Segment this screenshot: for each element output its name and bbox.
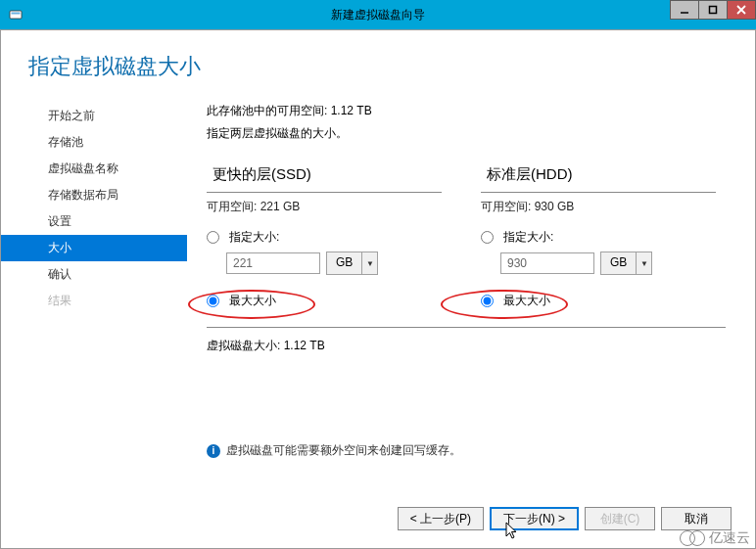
maximize-button[interactable] (698, 0, 728, 20)
tier-hdd-unit-label: GB (601, 252, 636, 274)
tier-ssd-specify-radio-input[interactable] (207, 231, 219, 244)
next-button[interactable]: 下一步(N) > (490, 507, 579, 530)
tier-hdd-max-label: 最大大小 (503, 293, 550, 309)
tier-hdd: 标准层(HDD) 可用空间: 930 GB 指定大小: GB ▼ (481, 161, 716, 315)
sidebar-item-confirm[interactable]: 确认 (1, 261, 187, 288)
tier-ssd-max-label: 最大大小 (229, 293, 276, 309)
tier-ssd-unit-dropdown[interactable]: GB ▼ (326, 252, 378, 275)
tier-hdd-max-radio[interactable]: 最大大小 (481, 293, 716, 309)
tier-ssd-size-input[interactable] (226, 252, 320, 274)
sidebar-item-size[interactable]: 大小 (1, 235, 187, 261)
tier-hdd-specify-label: 指定大小: (503, 229, 553, 246)
tier-ssd-max-radio-input[interactable] (207, 295, 219, 307)
svg-rect-1 (12, 13, 21, 15)
tier-hdd-free-space: 可用空间: 930 GB (481, 193, 716, 223)
minimize-button[interactable] (670, 0, 699, 20)
tier-hdd-specify-radio-input[interactable] (481, 231, 494, 244)
tier-hdd-heading: 标准层(HDD) (481, 161, 716, 193)
watermark-text: 亿速云 (709, 529, 750, 547)
sidebar-item-layout[interactable]: 存储数据布局 (1, 182, 187, 208)
content-pane: 此存储池中的可用空间: 1.12 TB 指定两层虚拟磁盘的大小。 更快的层(SS… (187, 99, 755, 495)
tier-hdd-max-radio-input[interactable] (481, 295, 494, 307)
close-button[interactable] (727, 0, 756, 20)
sidebar-item-disk-name[interactable]: 虚拟磁盘名称 (1, 156, 187, 182)
sidebar-item-result: 结果 (1, 288, 187, 314)
sidebar-item-storage-pool[interactable]: 存储池 (1, 129, 187, 156)
tier-ssd-heading: 更快的层(SSD) (207, 161, 442, 193)
divider (207, 327, 726, 328)
virtual-disk-total: 虚拟磁盘大小: 1.12 TB (207, 338, 726, 354)
prev-button[interactable]: < 上一步(P) (398, 507, 484, 530)
tier-ssd-unit-label: GB (327, 252, 361, 274)
titlebar: 新建虚拟磁盘向导 (0, 0, 756, 29)
hint-row: i 虚拟磁盘可能需要额外空间来创建回写缓存。 (207, 442, 726, 459)
instruction-text: 指定两层虚拟磁盘的大小。 (207, 125, 726, 142)
window-title: 新建虚拟磁盘向导 (331, 7, 425, 23)
page-title: 指定虚拟磁盘大小 (1, 30, 755, 99)
wizard-footer: < 上一步(P) 下一步(N) > 创建(C) 取消 (1, 495, 755, 548)
tier-hdd-specify-radio[interactable]: 指定大小: (481, 229, 716, 246)
pool-free-space: 此存储池中的可用空间: 1.12 TB (207, 103, 726, 119)
wizard-sidebar: 开始之前 存储池 虚拟磁盘名称 存储数据布局 设置 大小 确认 结果 (1, 99, 187, 495)
tier-hdd-size-input[interactable] (500, 252, 594, 274)
hint-text: 虚拟磁盘可能需要额外空间来创建回写缓存。 (226, 442, 461, 459)
tier-ssd-max-radio[interactable]: 最大大小 (207, 293, 442, 309)
cancel-button[interactable]: 取消 (661, 507, 732, 530)
create-button: 创建(C) (585, 507, 655, 530)
tier-ssd: 更快的层(SSD) 可用空间: 221 GB 指定大小: GB ▼ (207, 161, 442, 315)
svg-rect-0 (10, 11, 22, 19)
tier-ssd-specify-label: 指定大小: (229, 229, 279, 246)
tier-ssd-free-space: 可用空间: 221 GB (207, 193, 442, 223)
chevron-down-icon: ▼ (361, 252, 377, 274)
sidebar-item-settings[interactable]: 设置 (1, 208, 187, 235)
watermark: 亿速云 (680, 529, 750, 547)
chevron-down-icon: ▼ (636, 252, 651, 274)
svg-rect-3 (710, 7, 717, 14)
wizard-icon (6, 5, 25, 24)
watermark-logo-icon (680, 530, 705, 546)
tier-ssd-specify-radio[interactable]: 指定大小: (207, 229, 442, 246)
sidebar-item-before-begin[interactable]: 开始之前 (1, 103, 187, 129)
info-icon: i (207, 444, 220, 458)
tier-hdd-unit-dropdown[interactable]: GB ▼ (600, 252, 652, 275)
